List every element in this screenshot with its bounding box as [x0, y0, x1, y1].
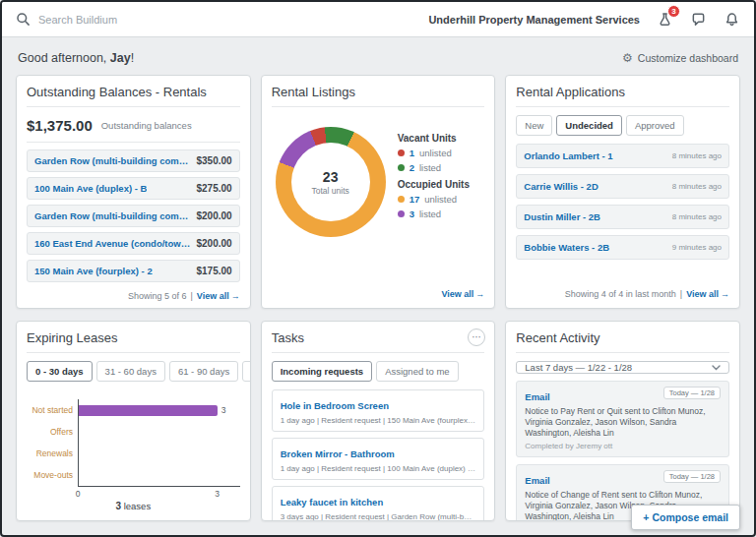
application-row[interactable]: Bobbie Waters - 2B 9 minutes ago: [516, 235, 729, 260]
view-all-label: View all: [686, 289, 719, 299]
arrow-right-icon: →: [721, 289, 729, 299]
task-link[interactable]: Hole in Bedroom Screen: [281, 400, 389, 411]
notifications-button[interactable]: [723, 11, 740, 29]
property-link[interactable]: 150 Main Ave (fourplex) - 2: [34, 266, 153, 276]
app-window: Underhill Property Management Services 3…: [0, 0, 756, 537]
task-link[interactable]: Leaky faucet in kitchen: [281, 497, 384, 507]
chat-icon: [691, 12, 706, 27]
showing-count: Showing 4 of 4 in last month: [565, 289, 676, 299]
topbar-actions: Underhill Property Management Services 3: [428, 11, 740, 29]
ellipsis-icon: ⋯: [472, 332, 481, 342]
search-input[interactable]: [38, 14, 255, 26]
chevron-down-icon: [712, 365, 721, 371]
tab-0-30-days[interactable]: 0 - 30 days: [27, 361, 93, 382]
balance-amount: $275.00: [197, 183, 232, 194]
legend-count-link[interactable]: 1: [410, 148, 414, 158]
outstanding-total-amount: $1,375.00: [27, 117, 93, 134]
task-link[interactable]: Broken Mirror - Bathroom: [281, 448, 395, 459]
x-tick: 3: [215, 489, 220, 499]
legend-dot-purple: [398, 210, 405, 217]
balance-row[interactable]: Garden Row (multi-building complex) -...…: [27, 149, 240, 172]
activity-type-link[interactable]: Email: [525, 391, 549, 402]
task-row[interactable]: Leaky faucet in kitchen 3 days ago | Res…: [272, 486, 485, 521]
balance-row[interactable]: 150 Main Ave (fourplex) - 2 $175.00: [27, 260, 240, 282]
task-meta: 1 day ago | Resident request | 150 Main …: [281, 416, 476, 425]
tab-incoming-requests[interactable]: Incoming requests: [272, 361, 372, 382]
task-row[interactable]: Hole in Bedroom Screen 1 day ago | Resid…: [272, 389, 485, 432]
date-range-select[interactable]: Last 7 days — 1/22 - 1/28: [516, 361, 729, 374]
legend-dot-red: [398, 149, 405, 156]
expiring-tabs: 0 - 30 days 31 - 60 days 61 - 90 days Al…: [27, 361, 240, 382]
applications-list: Orlando Lambert - 1 8 minutes ago Carrie…: [516, 144, 729, 266]
gear-icon: ⚙: [622, 52, 633, 64]
legend-item: 1 unlisted: [398, 148, 485, 158]
total-units-value: 23: [323, 169, 339, 185]
topbar: Underhill Property Management Services 3: [2, 2, 754, 37]
activity-list: Today — 1/28 Email Notice to Pay Rent or…: [516, 381, 729, 521]
property-link[interactable]: Garden Row (multi-building complex) -...: [34, 155, 192, 166]
expiring-leases-bar-chart: Not started Offers Renewals Move-outs 3: [27, 399, 240, 487]
legend-count-link[interactable]: 17: [410, 194, 420, 205]
application-row[interactable]: Orlando Lambert - 1 8 minutes ago: [516, 144, 729, 168]
bar-row: [79, 421, 240, 443]
tab-approved[interactable]: Approved: [626, 115, 684, 136]
card-rental-listings: Rental Listings 23 Total units Vacant Un…: [261, 75, 496, 309]
legend-count-link[interactable]: 3: [410, 209, 414, 219]
customize-dashboard-button[interactable]: ⚙ Customize dashboard: [622, 52, 738, 64]
legend-item: 3 listed: [398, 209, 485, 219]
applicant-link[interactable]: Orlando Lambert - 1: [524, 150, 612, 161]
total-units-label: Total units: [312, 186, 349, 196]
card-rental-applications: Rental Applications New Undecided Approv…: [505, 75, 740, 309]
footer-divider: |: [680, 289, 682, 299]
applicant-link[interactable]: Carrie Willis - 2D: [524, 181, 598, 192]
chat-button[interactable]: [689, 11, 707, 29]
balance-row[interactable]: 100 Main Ave (duplex) - B $275.00: [27, 177, 240, 200]
tab-31-60-days[interactable]: 31 - 60 days: [96, 361, 165, 382]
application-row[interactable]: Dustin Miller - 2B 8 minutes ago: [516, 205, 729, 229]
bar-row: [79, 464, 240, 486]
card-tasks: Tasks ⋯ Incoming requests Assigned to me…: [261, 321, 496, 521]
legend-count-link[interactable]: 2: [410, 162, 414, 173]
balance-row[interactable]: Garden Row (multi-building complex) -...…: [27, 205, 240, 227]
footer-divider: |: [190, 291, 192, 301]
property-link[interactable]: 160 East End Avenue (condo/townhou...: [34, 238, 192, 249]
tab-assigned-to-me[interactable]: Assigned to me: [376, 361, 458, 382]
global-search[interactable]: [16, 12, 428, 27]
activity-type-link[interactable]: Email: [525, 475, 549, 486]
tab-61-90-days[interactable]: 61 - 90 days: [169, 361, 238, 382]
view-all-link[interactable]: View all→: [441, 289, 484, 299]
applicant-link[interactable]: Dustin Miller - 2B: [524, 211, 600, 222]
category-label: Renewals: [27, 443, 73, 464]
legend-title-vacant: Vacant Units: [398, 133, 485, 144]
greeting-text: Good afternoon,: [18, 51, 110, 65]
listings-donut-chart: 23 Total units: [276, 127, 386, 237]
application-row[interactable]: Carrie Willis - 2D 8 minutes ago: [516, 174, 729, 199]
task-row[interactable]: Broken Mirror - Bathroom 1 day ago | Res…: [272, 438, 485, 480]
applicant-link[interactable]: Bobbie Waters - 2B: [524, 242, 609, 253]
showing-count: Showing 5 of 6: [128, 291, 187, 301]
property-link[interactable]: 100 Main Ave (duplex) - B: [34, 183, 147, 194]
bell-icon: [724, 12, 739, 27]
category-label: Move-outs: [27, 464, 73, 486]
whats-new-button[interactable]: 3: [656, 11, 673, 29]
tab-all[interactable]: All: [242, 361, 250, 382]
compose-email-button[interactable]: + Compose email: [631, 505, 740, 530]
legend-label: listed: [419, 162, 441, 173]
balance-list: Garden Row (multi-building complex) -...…: [27, 149, 240, 287]
listings-footer: View all→: [272, 285, 485, 299]
view-all-link[interactable]: View all→: [197, 291, 240, 301]
listings-body: 23 Total units Vacant Units 1 unlisted 2…: [272, 123, 485, 237]
org-name: Underhill Property Management Services: [428, 14, 640, 26]
greeting-punct: !: [131, 51, 134, 65]
tab-undecided[interactable]: Undecided: [556, 115, 622, 136]
view-all-link[interactable]: View all→: [686, 289, 729, 299]
date-range-value: Last 7 days — 1/22 - 1/28: [525, 362, 632, 373]
property-link[interactable]: Garden Row (multi-building complex) -...: [34, 210, 192, 221]
tab-new[interactable]: New: [516, 115, 552, 136]
activity-date-badge: Today — 1/28: [663, 470, 721, 483]
applications-footer: Showing 4 of 4 in last month | View all→: [516, 285, 729, 299]
activity-item[interactable]: Today — 1/28 Email Notice to Pay Rent or…: [516, 381, 729, 457]
greeting-row: Good afternoon, Jay! ⚙ Customize dashboa…: [2, 37, 754, 75]
bar[interactable]: [79, 405, 218, 416]
balance-row[interactable]: 160 East End Avenue (condo/townhou... $2…: [27, 232, 240, 255]
